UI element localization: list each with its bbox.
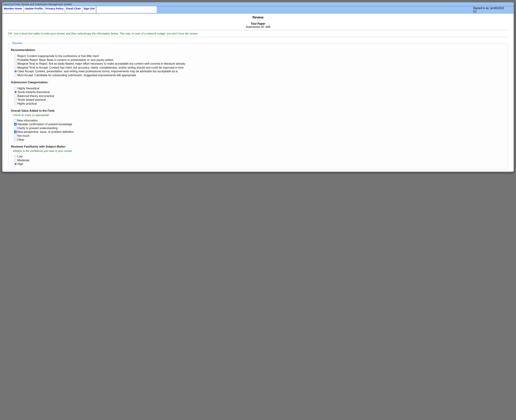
review-legend: Review	[12, 41, 23, 45]
value-added-options: New information Valuable confirmation of…	[13, 119, 505, 142]
submission-id-line: Submission ID: 609	[8, 25, 508, 29]
familiarity-option[interactable]: Low	[13, 155, 505, 158]
recommendation-label: Recommendation:	[11, 48, 505, 52]
option-text: Highly theoretical	[17, 87, 39, 90]
familiarity-option[interactable]: Moderate	[13, 158, 505, 162]
paper-title: Test Paper	[8, 22, 508, 25]
option-text: Marginal Tend to Accept: Content has mer…	[17, 66, 184, 69]
session-info: Signed in as: jsmith2022 (1)	[471, 6, 514, 13]
option-text: Must Accept: Candidate for outstanding s…	[17, 74, 136, 77]
categorization-option[interactable]: Highly practical	[13, 102, 505, 106]
categorization-option[interactable]: Tends toward practical	[13, 98, 505, 102]
categorization-radio[interactable]	[14, 87, 17, 90]
page-heading: Review	[8, 16, 508, 19]
option-text: Probable Reject: Basic flaws in content …	[17, 58, 114, 61]
option-text: Balanced theory and practice	[17, 95, 54, 98]
recommendation-option[interactable]: Marginal Tend to Reject: Not as badly fl…	[13, 62, 505, 66]
value-added-option[interactable]: Clarity to present understanding	[13, 126, 505, 130]
value-added-label: Overall Value Added to the Field:	[11, 109, 505, 112]
categorization-option[interactable]: Highly theoretical	[13, 86, 505, 90]
categorization-options: Highly theoretical Tends towards theoret…	[13, 86, 505, 106]
familiarity-radio[interactable]	[14, 159, 17, 162]
categorization-label: Submission Categorization:	[11, 81, 505, 84]
option-text: Marginal Tend to Reject: Not as badly fl…	[17, 62, 185, 65]
value-added-checkbox[interactable]	[14, 123, 17, 126]
option-text: Moderate	[17, 159, 30, 162]
option-text: Highly practical	[17, 102, 37, 105]
option-text: High	[17, 163, 23, 165]
nav-privacy-policy[interactable]: Privacy Policy	[44, 6, 65, 13]
top-nav: Member Home Update Profile Privacy Polic…	[2, 6, 514, 14]
value-added-option[interactable]: Valuable confirmation of present knowled…	[13, 122, 505, 126]
value-added-checkbox[interactable]	[14, 135, 17, 137]
value-added-option[interactable]: Not much	[13, 134, 505, 138]
familiarity-radio[interactable]	[14, 163, 17, 165]
recommendation-option[interactable]: Marginal Tend to Accept: Content has mer…	[13, 66, 505, 70]
option-text: New information	[17, 119, 38, 122]
value-added-option[interactable]: Other	[13, 138, 505, 142]
categorization-radio[interactable]	[14, 98, 17, 101]
app-title: OpenConf Peer Review and Submission Mana…	[3, 3, 72, 6]
nav-links: Member Home Update Profile Privacy Polic…	[2, 6, 96, 13]
value-added-hint: Check as many as appropriate	[13, 113, 505, 117]
familiarity-options: Low Moderate High	[13, 155, 505, 166]
signed-in-count: (1)	[473, 10, 477, 13]
submission-id: 609	[266, 25, 270, 28]
option-text: Tends toward practical	[17, 98, 46, 101]
value-added-checkbox[interactable]	[14, 119, 17, 122]
recommendation-option[interactable]: Reject: Content inappropriate to the con…	[13, 54, 505, 58]
review-fieldset: Review Recommendation: Reject: Content i…	[8, 41, 508, 170]
familiarity-label: Reviewer Familiarity with Subject Matter…	[11, 145, 505, 148]
familiarity-radio[interactable]	[14, 155, 17, 158]
app-window: OpenConf Peer Review and Submission Mana…	[2, 2, 514, 172]
app-title-bar: OpenConf Peer Review and Submission Mana…	[2, 2, 514, 6]
divider	[8, 30, 508, 30]
option-text: Other	[17, 138, 24, 141]
familiarity-option[interactable]: High	[13, 162, 505, 166]
recommendation-radio[interactable]	[14, 62, 17, 65]
signed-in-username: jsmith2022	[490, 7, 504, 10]
value-added-option[interactable]: New information	[13, 119, 505, 122]
value-added-checkbox[interactable]	[14, 127, 17, 129]
recommendation-option[interactable]: Must Accept: Candidate for outstanding s…	[13, 73, 505, 77]
familiarity-hint: Relates to the confidence you have in yo…	[13, 149, 505, 152]
value-added-checkbox[interactable]	[14, 131, 17, 133]
option-text: Clarity to present understanding	[17, 127, 58, 130]
nav-sign-out[interactable]: Sign Out	[82, 6, 96, 13]
recommendation-radio[interactable]	[14, 74, 17, 76]
option-text: Low	[17, 155, 23, 158]
option-text: Not much	[17, 134, 29, 137]
value-added-option[interactable]: New perspective, issue, or problem defin…	[13, 130, 505, 134]
signed-in-label: Signed in as:	[473, 7, 490, 10]
categorization-option[interactable]: Balanced theory and practice	[13, 94, 505, 98]
categorization-radio[interactable]	[14, 102, 17, 105]
recommendation-radio[interactable]	[14, 59, 17, 61]
nav-email-chair[interactable]: Email Chair	[65, 6, 83, 13]
recommendation-radio[interactable]	[14, 70, 17, 73]
recommendation-radio[interactable]	[14, 66, 17, 69]
option-text: Tends towards theoretical	[17, 90, 50, 94]
option-text: New perspective, issue, or problem defin…	[17, 130, 74, 133]
categorization-option[interactable]: Tends towards theoretical	[13, 90, 505, 94]
option-text: Clear Accept: Content, presentation, and…	[17, 70, 178, 73]
main-content: Review Test Paper Submission ID: 609 TIP…	[2, 16, 514, 172]
recommendation-options: Reject: Content inappropriate to the con…	[13, 54, 505, 77]
page-header: Review Test Paper Submission ID: 609	[8, 16, 508, 29]
recommendation-option[interactable]: Probable Reject: Basic flaws in content …	[13, 58, 505, 62]
nav-spacer	[96, 6, 157, 13]
recommendation-option[interactable]: Clear Accept: Content, presentation, and…	[13, 69, 505, 73]
recommendation-radio[interactable]	[14, 55, 17, 57]
nav-update-profile[interactable]: Update Profile	[23, 6, 44, 13]
nav-member-home[interactable]: Member Home	[2, 6, 23, 13]
option-text: Valuable confirmation of present knowled…	[17, 123, 72, 126]
value-added-checkbox[interactable]	[14, 138, 17, 141]
categorization-radio[interactable]	[14, 95, 17, 97]
tip-text: TIP: Use a local text editor to write yo…	[8, 31, 508, 36]
option-text: Reject: Content inappropriate to the con…	[17, 54, 99, 58]
categorization-radio[interactable]	[14, 91, 17, 93]
submission-id-label: Submission ID:	[246, 25, 266, 28]
